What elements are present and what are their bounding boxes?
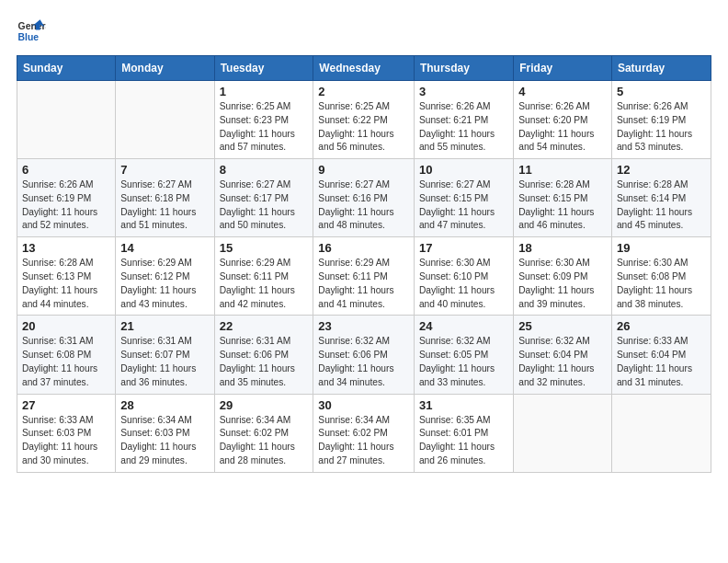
day-cell: 31Sunrise: 6:35 AM Sunset: 6:01 PM Dayli… [414, 394, 513, 472]
day-number: 28 [120, 398, 209, 412]
header-row: SundayMondayTuesdayWednesdayThursdayFrid… [17, 56, 711, 81]
day-cell: 21Sunrise: 6:31 AM Sunset: 6:07 PM Dayli… [116, 316, 214, 394]
day-cell: 9Sunrise: 6:27 AM Sunset: 6:16 PM Daylig… [313, 159, 415, 237]
day-cell [17, 81, 116, 159]
day-info: Sunrise: 6:32 AM Sunset: 6:06 PM Dayligh… [318, 335, 409, 389]
day-info: Sunrise: 6:35 AM Sunset: 6:01 PM Dayligh… [419, 414, 508, 468]
day-cell: 17Sunrise: 6:30 AM Sunset: 6:10 PM Dayli… [414, 237, 513, 316]
day-number: 4 [518, 85, 607, 98]
col-header-sunday: Sunday [17, 56, 116, 81]
day-cell: 18Sunrise: 6:30 AM Sunset: 6:09 PM Dayli… [514, 237, 612, 316]
day-number: 18 [518, 241, 607, 255]
day-number: 24 [419, 319, 508, 333]
day-cell: 14Sunrise: 6:29 AM Sunset: 6:12 PM Dayli… [116, 237, 214, 316]
day-cell: 7Sunrise: 6:27 AM Sunset: 6:18 PM Daylig… [116, 159, 214, 237]
day-number: 14 [120, 241, 209, 255]
col-header-friday: Friday [514, 56, 612, 81]
day-info: Sunrise: 6:34 AM Sunset: 6:02 PM Dayligh… [318, 414, 409, 468]
day-number: 5 [617, 85, 706, 98]
day-number: 31 [419, 398, 508, 412]
day-number: 2 [318, 85, 409, 98]
day-cell [116, 81, 214, 159]
day-info: Sunrise: 6:29 AM Sunset: 6:11 PM Dayligh… [318, 257, 409, 311]
day-cell: 8Sunrise: 6:27 AM Sunset: 6:17 PM Daylig… [214, 159, 313, 237]
day-number: 23 [318, 319, 409, 333]
week-row-4: 20Sunrise: 6:31 AM Sunset: 6:08 PM Dayli… [17, 316, 711, 394]
logo-icon: General Blue [17, 17, 46, 46]
day-cell: 19Sunrise: 6:30 AM Sunset: 6:08 PM Dayli… [611, 237, 711, 316]
day-cell: 15Sunrise: 6:29 AM Sunset: 6:11 PM Dayli… [214, 237, 313, 316]
day-info: Sunrise: 6:34 AM Sunset: 6:03 PM Dayligh… [120, 414, 209, 468]
day-cell: 5Sunrise: 6:26 AM Sunset: 6:19 PM Daylig… [611, 81, 711, 159]
day-cell: 30Sunrise: 6:34 AM Sunset: 6:02 PM Dayli… [313, 394, 415, 472]
day-info: Sunrise: 6:29 AM Sunset: 6:11 PM Dayligh… [220, 257, 309, 311]
day-number: 30 [318, 398, 409, 412]
day-cell: 12Sunrise: 6:28 AM Sunset: 6:14 PM Dayli… [611, 159, 711, 237]
day-number: 19 [617, 241, 706, 255]
day-info: Sunrise: 6:25 AM Sunset: 6:22 PM Dayligh… [318, 100, 409, 155]
day-info: Sunrise: 6:31 AM Sunset: 6:07 PM Dayligh… [120, 335, 209, 389]
day-number: 9 [318, 163, 409, 177]
day-number: 29 [220, 398, 309, 412]
day-cell [611, 394, 711, 472]
day-number: 17 [419, 241, 508, 255]
day-number: 15 [220, 241, 309, 255]
day-cell: 10Sunrise: 6:27 AM Sunset: 6:15 PM Dayli… [414, 159, 513, 237]
day-info: Sunrise: 6:30 AM Sunset: 6:08 PM Dayligh… [617, 257, 706, 311]
day-number: 7 [120, 163, 209, 177]
day-cell: 25Sunrise: 6:32 AM Sunset: 6:04 PM Dayli… [514, 316, 612, 394]
day-info: Sunrise: 6:27 AM Sunset: 6:17 PM Dayligh… [220, 178, 309, 233]
col-header-tuesday: Tuesday [214, 56, 313, 81]
day-cell: 23Sunrise: 6:32 AM Sunset: 6:06 PM Dayli… [313, 316, 415, 394]
day-info: Sunrise: 6:32 AM Sunset: 6:04 PM Dayligh… [518, 335, 607, 389]
day-cell: 3Sunrise: 6:26 AM Sunset: 6:21 PM Daylig… [414, 81, 513, 159]
calendar-table: SundayMondayTuesdayWednesdayThursdayFrid… [17, 55, 711, 473]
day-info: Sunrise: 6:26 AM Sunset: 6:19 PM Dayligh… [617, 100, 706, 155]
day-cell: 6Sunrise: 6:26 AM Sunset: 6:19 PM Daylig… [17, 159, 116, 237]
day-number: 1 [220, 85, 309, 98]
day-info: Sunrise: 6:26 AM Sunset: 6:20 PM Dayligh… [518, 100, 607, 155]
day-cell: 29Sunrise: 6:34 AM Sunset: 6:02 PM Dayli… [214, 394, 313, 472]
page: General Blue SundayMondayTuesdayWednesda… [0, 0, 728, 563]
day-info: Sunrise: 6:34 AM Sunset: 6:02 PM Dayligh… [220, 414, 309, 468]
col-header-saturday: Saturday [611, 56, 711, 81]
day-number: 3 [419, 85, 508, 98]
day-number: 21 [120, 319, 209, 333]
logo: General Blue [17, 17, 46, 46]
day-info: Sunrise: 6:25 AM Sunset: 6:23 PM Dayligh… [220, 100, 309, 155]
day-info: Sunrise: 6:31 AM Sunset: 6:06 PM Dayligh… [220, 335, 309, 389]
day-number: 26 [617, 319, 706, 333]
week-row-5: 27Sunrise: 6:33 AM Sunset: 6:03 PM Dayli… [17, 394, 711, 472]
day-cell: 28Sunrise: 6:34 AM Sunset: 6:03 PM Dayli… [116, 394, 214, 472]
week-row-3: 13Sunrise: 6:28 AM Sunset: 6:13 PM Dayli… [17, 237, 711, 316]
day-number: 13 [22, 241, 110, 255]
day-info: Sunrise: 6:30 AM Sunset: 6:10 PM Dayligh… [419, 257, 508, 311]
day-number: 10 [419, 163, 508, 177]
col-header-monday: Monday [116, 56, 214, 81]
day-number: 22 [220, 319, 309, 333]
day-info: Sunrise: 6:26 AM Sunset: 6:19 PM Dayligh… [22, 178, 110, 233]
day-info: Sunrise: 6:30 AM Sunset: 6:09 PM Dayligh… [518, 257, 607, 311]
week-row-2: 6Sunrise: 6:26 AM Sunset: 6:19 PM Daylig… [17, 159, 711, 237]
day-number: 8 [220, 163, 309, 177]
week-row-1: 1Sunrise: 6:25 AM Sunset: 6:23 PM Daylig… [17, 81, 711, 159]
day-cell: 24Sunrise: 6:32 AM Sunset: 6:05 PM Dayli… [414, 316, 513, 394]
day-info: Sunrise: 6:27 AM Sunset: 6:18 PM Dayligh… [120, 178, 209, 233]
day-number: 16 [318, 241, 409, 255]
day-info: Sunrise: 6:29 AM Sunset: 6:12 PM Dayligh… [120, 257, 209, 311]
day-info: Sunrise: 6:33 AM Sunset: 6:03 PM Dayligh… [22, 414, 110, 468]
day-info: Sunrise: 6:26 AM Sunset: 6:21 PM Dayligh… [419, 100, 508, 155]
day-info: Sunrise: 6:27 AM Sunset: 6:15 PM Dayligh… [419, 178, 508, 233]
day-cell [514, 394, 612, 472]
col-header-wednesday: Wednesday [313, 56, 415, 81]
col-header-thursday: Thursday [414, 56, 513, 81]
day-cell: 26Sunrise: 6:33 AM Sunset: 6:04 PM Dayli… [611, 316, 711, 394]
day-cell: 4Sunrise: 6:26 AM Sunset: 6:20 PM Daylig… [514, 81, 612, 159]
day-cell: 16Sunrise: 6:29 AM Sunset: 6:11 PM Dayli… [313, 237, 415, 316]
header: General Blue [17, 17, 711, 46]
day-info: Sunrise: 6:28 AM Sunset: 6:13 PM Dayligh… [22, 257, 110, 311]
day-cell: 22Sunrise: 6:31 AM Sunset: 6:06 PM Dayli… [214, 316, 313, 394]
day-number: 25 [518, 319, 607, 333]
day-info: Sunrise: 6:31 AM Sunset: 6:08 PM Dayligh… [22, 335, 110, 389]
day-info: Sunrise: 6:33 AM Sunset: 6:04 PM Dayligh… [617, 335, 706, 389]
